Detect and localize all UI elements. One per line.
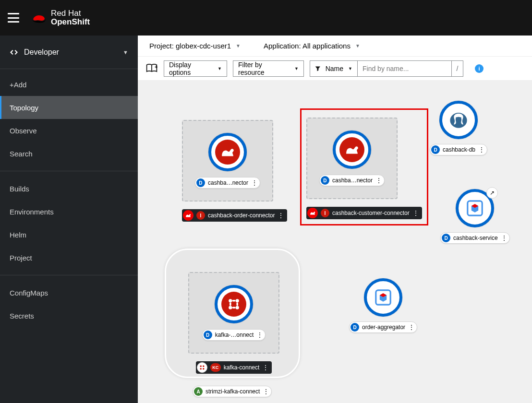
kebab-icon[interactable]: ⋮ [256,332,263,338]
url-decorator-icon[interactable]: ↗ [486,187,498,199]
svg-point-2 [236,299,239,302]
code-icon [10,49,18,56]
group-label: strimzi-kafka-connect [206,388,260,395]
svg-point-1 [229,299,232,302]
group-pill[interactable]: I cashback-customer-connector ⋮ [306,207,422,219]
badge-d: D [321,176,329,185]
nav-toggle[interactable] [8,13,19,23]
kebab-icon[interactable]: ⋮ [412,210,419,216]
node-label: cashba…nector [208,179,248,186]
workload-ring[interactable] [439,101,478,139]
chevron-down-icon: ▼ [218,66,222,71]
group-label: cashback-customer-connector [332,210,410,216]
search-input[interactable] [358,60,452,77]
kebab-icon[interactable]: ⋮ [262,364,269,371]
topology-toolbar: + Display options▼ Filter by resource▼ N… [138,57,532,81]
context-bar: Project: globex-cdc-user1 ▼ Application:… [138,36,532,57]
svg-point-4 [236,306,239,309]
kebab-icon[interactable]: ⋮ [501,235,508,241]
redhat-icon [31,12,47,24]
kebab-icon[interactable]: ⋮ [263,388,269,395]
application-dropdown[interactable]: Application: All applications ▼ [264,42,360,50]
svg-text:+: + [155,64,158,70]
badge-d: D [196,178,205,187]
workload-ring[interactable] [208,133,247,171]
dropdown-label: Display options [169,61,213,76]
outer-pill-strimzi[interactable]: A strimzi-kafka-connect ⋮ [193,386,272,397]
node-label: cashback-db [443,146,475,153]
project-label: Project: globex-cdc-user1 [149,42,231,50]
workload-ring[interactable] [364,278,402,317]
node-cashback-db[interactable]: D cashback-db ⋮ [430,101,487,155]
project-dropdown[interactable]: Project: globex-cdc-user1 ▼ [149,42,241,50]
sidebar-item-secrets[interactable]: Secrets [0,304,138,327]
node-strimzi-kafka-connect[interactable]: D kafka-…onnect ⋮ KC kafka-connect ⋮ [165,249,300,378]
sidebar-item-label: Topology [10,104,38,112]
node-label: kafka-…onnect [215,332,254,338]
brand[interactable]: Red Hat OpenShift [31,9,90,26]
strimzi-icon [225,296,242,313]
node-order-aggregator[interactable]: D order-aggregator ⋮ [349,278,417,333]
node-pill[interactable]: D cashback-service ⋮ [440,232,510,244]
svg-rect-7 [230,302,231,306]
kebab-icon[interactable]: ⋮ [278,212,284,219]
camel-icon [219,144,236,160]
svg-point-11 [200,368,202,370]
svg-rect-6 [232,307,235,308]
sidebar-item-search[interactable]: Search [0,142,138,165]
camel-small-icon [307,208,318,218]
node-pill[interactable]: D order-aggregator ⋮ [349,321,417,333]
mid-pill[interactable]: KC kafka-connect ⋮ [196,361,272,374]
kebab-icon[interactable]: ⋮ [408,324,415,331]
sidebar-item-project[interactable]: Project [0,246,138,269]
badge-i: I [196,211,205,220]
svg-rect-5 [232,300,235,302]
sidebar-item-add[interactable]: +Add [0,73,138,96]
inner-pill[interactable]: D kafka-…onnect ⋮ [202,329,266,341]
sidebar-item-label: Search [10,150,33,158]
sidebar-item-environments[interactable]: Environments [0,200,138,223]
topology-canvas[interactable]: D cashba…nector ⋮ I cashback-order-conne… [138,81,532,403]
sidebar-item-label: ConfigMaps [10,289,48,297]
sidebar-item-label: Environments [10,208,54,216]
inner-pill[interactable]: D cashba…nector ⋮ [195,177,260,189]
chevron-down-icon: ▼ [294,66,299,71]
sidebar-item-configmaps[interactable]: ConfigMaps [0,281,138,304]
badge-d: D [204,331,212,339]
kebab-icon[interactable]: ⋮ [478,146,485,153]
postgres-icon [448,109,469,130]
sidebar-item-label: Project [10,254,32,262]
camel-icon [344,142,360,158]
node-label: order-aggregator [362,324,405,331]
perspective-label: Developer [24,48,59,57]
kebab-icon[interactable]: ⋮ [375,177,382,184]
search-type-dropdown[interactable]: Name▼ [310,60,358,77]
workload-ring[interactable] [215,285,253,323]
svg-point-15 [460,117,461,119]
group-pill[interactable]: I cashback-order-connector ⋮ [182,209,287,222]
inner-pill[interactable]: D cashba…nector ⋮ [319,175,385,186]
filter-resource-dropdown[interactable]: Filter by resource▼ [233,60,304,77]
display-options-dropdown[interactable]: Display options▼ [164,60,227,77]
dropdown-label: Name [326,65,343,72]
kebab-icon[interactable]: ⋮ [251,179,258,186]
perspective-switcher[interactable]: Developer ▼ [0,36,138,69]
sidebar-item-builds[interactable]: Builds [0,177,138,200]
workload-ring[interactable] [333,130,371,169]
sidebar-item-observe[interactable]: Observe [0,119,138,142]
node-cashback-customer-connector[interactable]: D cashba…nector ⋮ I cashback-customer-co… [300,108,428,225]
node-cashback-order-connector[interactable]: D cashba…nector ⋮ I cashback-order-conne… [182,120,287,222]
badge-d: D [351,323,359,332]
view-shortcuts-icon[interactable]: + [145,63,158,74]
info-icon[interactable]: i [475,64,484,73]
sidebar-item-helm[interactable]: Helm [0,223,138,246]
mid-label: kafka-connect [224,364,260,371]
badge-d: D [442,234,450,242]
badge-i: I [321,209,329,217]
node-pill[interactable]: D cashback-db ⋮ [430,144,487,155]
svg-point-12 [203,368,205,370]
sidebar-item-topology[interactable]: Topology [0,96,138,119]
sidebar-item-label: Builds [10,185,29,193]
node-cashback-service[interactable]: ↗ D cashback-service ⋮ [440,189,510,244]
group-label: cashback-order-connector [208,212,275,219]
